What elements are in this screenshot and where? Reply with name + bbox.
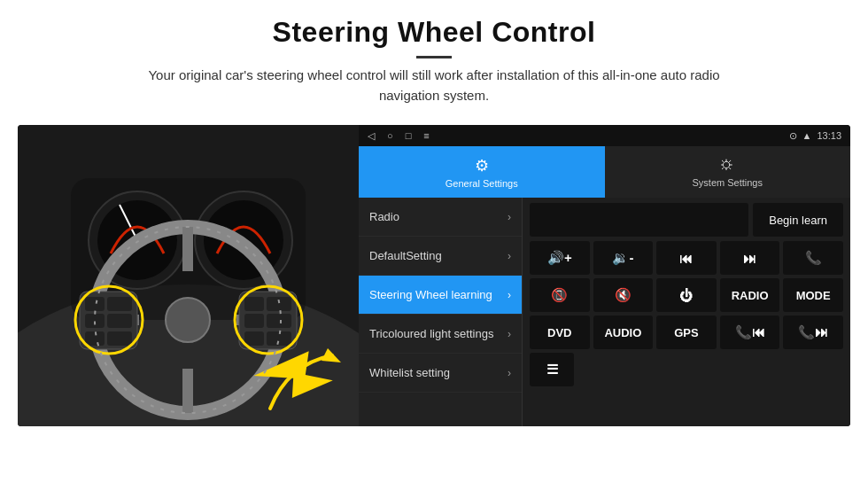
menu-item-tricoloured[interactable]: Tricoloured light settings ›	[359, 315, 522, 354]
vol-up-icon: 🔊+	[547, 250, 572, 266]
menu-whitelist-label: Whitelist setting	[369, 366, 450, 379]
btn-row-1: 🔊+ 🔉- ⏮ ⏭ 📞	[530, 241, 843, 275]
radio-button[interactable]: RADIO	[720, 278, 780, 312]
mode-label: MODE	[796, 289, 831, 302]
audio-label: AUDIO	[604, 326, 641, 339]
prev-track-icon: ⏮	[679, 251, 693, 266]
system-settings-icon: ⛭	[719, 156, 735, 175]
tel-next-button[interactable]: 📞⏭	[783, 316, 843, 349]
svg-rect-19	[107, 314, 132, 328]
vol-down-icon: 🔉-	[612, 250, 633, 266]
page-header: Steering Wheel Control Your original car…	[0, 0, 868, 114]
tab-general-label: General Settings	[446, 178, 518, 189]
svg-rect-23	[267, 297, 291, 311]
begin-learn-button[interactable]: Begin learn	[753, 203, 843, 237]
power-icon: ⏻	[679, 288, 693, 303]
menu-default-label: DefaultSetting	[369, 249, 442, 262]
menu-icon[interactable]: ≡	[423, 130, 429, 142]
page-subtitle: Your original car's steering wheel contr…	[124, 66, 744, 105]
svg-point-13	[166, 298, 210, 342]
chevron-icon-radio: ›	[508, 211, 511, 223]
chevron-icon-tricoloured: ›	[508, 328, 511, 340]
vol-up-button[interactable]: 🔊+	[530, 241, 590, 275]
next-track-icon: ⏭	[743, 251, 756, 266]
home-icon[interactable]: ○	[387, 130, 393, 142]
begin-learn-row: Begin learn	[530, 203, 843, 237]
right-panel: Begin learn 🔊+ 🔉- ⏮	[523, 198, 850, 426]
chevron-icon-default: ›	[508, 250, 511, 262]
time-display: 13:13	[817, 130, 841, 141]
dvd-label: DVD	[547, 326, 571, 339]
prev-track-button[interactable]: ⏮	[656, 241, 717, 275]
btn-row-2: 📵 🔇 ⏻ RADIO MODE	[530, 278, 843, 312]
empty-space	[530, 203, 748, 237]
page-title: Steering Wheel Control	[35, 16, 833, 49]
recents-icon[interactable]: □	[406, 130, 412, 142]
bottom-menu-icon: ☰	[546, 362, 558, 378]
radio-label: RADIO	[732, 289, 769, 302]
svg-rect-17	[107, 297, 132, 311]
svg-rect-20	[85, 331, 105, 346]
left-menu: Radio › DefaultSetting › Steering Wheel …	[359, 198, 523, 426]
menu-radio-label: Radio	[369, 210, 399, 223]
tabs-row: ⚙ General Settings ⛭ System Settings	[359, 146, 850, 198]
title-divider	[416, 56, 452, 58]
svg-rect-24	[244, 314, 264, 328]
settings-gear-icon: ⚙	[475, 156, 489, 175]
svg-rect-22	[244, 297, 264, 311]
dvd-button[interactable]: DVD	[530, 316, 590, 349]
bottom-menu-button[interactable]: ☰	[530, 353, 574, 386]
audio-button[interactable]: AUDIO	[593, 316, 654, 349]
menu-item-steering[interactable]: Steering Wheel learning ›	[359, 276, 522, 315]
menu-item-whitelist[interactable]: Whitelist setting ›	[359, 354, 522, 393]
wifi-icon: ▲	[802, 130, 812, 141]
nav-icons: ◁ ○ □ ≡	[368, 130, 430, 142]
mode-button[interactable]: MODE	[783, 278, 843, 312]
btn-row-4: ☰	[530, 353, 843, 386]
chevron-icon-whitelist: ›	[508, 367, 511, 379]
hang-up-button[interactable]: 📵	[530, 278, 590, 312]
control-buttons-grid: 🔊+ 🔉- ⏮ ⏭ 📞	[530, 241, 843, 386]
menu-tricoloured-label: Tricoloured light settings	[369, 327, 493, 340]
mute-icon: 🔇	[615, 287, 632, 303]
phone-answer-icon: 📞	[805, 250, 822, 266]
back-icon[interactable]: ◁	[368, 130, 375, 142]
next-track-button[interactable]: ⏭	[720, 241, 780, 275]
tel-next-icon: 📞⏭	[798, 324, 828, 340]
menu-item-radio[interactable]: Radio ›	[359, 198, 522, 237]
tel-prev-button[interactable]: 📞⏮	[720, 316, 780, 349]
svg-rect-25	[267, 314, 291, 328]
phone-answer-button[interactable]: 📞	[783, 241, 843, 275]
hang-up-icon: 📵	[551, 287, 568, 303]
svg-rect-16	[85, 297, 105, 311]
status-bar: ◁ ○ □ ≡ ⊙ ▲ 13:13	[359, 125, 850, 146]
location-icon: ⊙	[789, 130, 797, 142]
tel-prev-icon: 📞⏮	[735, 324, 765, 340]
content-area: Radio › DefaultSetting › Steering Wheel …	[359, 198, 850, 426]
btn-row-3: DVD AUDIO GPS 📞⏮ 📞⏭	[530, 316, 843, 349]
tab-system-label: System Settings	[693, 177, 763, 188]
mute-button[interactable]: 🔇	[593, 278, 654, 312]
svg-rect-26	[244, 331, 264, 346]
tab-general-settings[interactable]: ⚙ General Settings	[359, 146, 605, 198]
steering-wheel-image	[18, 125, 359, 426]
svg-rect-21	[107, 331, 132, 346]
gps-label: GPS	[674, 326, 698, 339]
main-content: ◁ ○ □ ≡ ⊙ ▲ 13:13 ⚙ General Settings ⛭ S…	[18, 125, 850, 426]
android-screen: ◁ ○ □ ≡ ⊙ ▲ 13:13 ⚙ General Settings ⛭ S…	[359, 125, 850, 426]
gps-button[interactable]: GPS	[656, 316, 717, 349]
vol-down-button[interactable]: 🔉-	[593, 241, 654, 275]
chevron-icon-steering: ›	[508, 289, 511, 301]
menu-item-default[interactable]: DefaultSetting ›	[359, 237, 522, 276]
svg-rect-18	[85, 314, 105, 328]
menu-steering-label: Steering Wheel learning	[369, 288, 492, 301]
status-right: ⊙ ▲ 13:13	[789, 130, 841, 142]
tab-system-settings[interactable]: ⛭ System Settings	[605, 146, 851, 198]
svg-marker-32	[322, 348, 341, 362]
power-button[interactable]: ⏻	[656, 278, 717, 312]
